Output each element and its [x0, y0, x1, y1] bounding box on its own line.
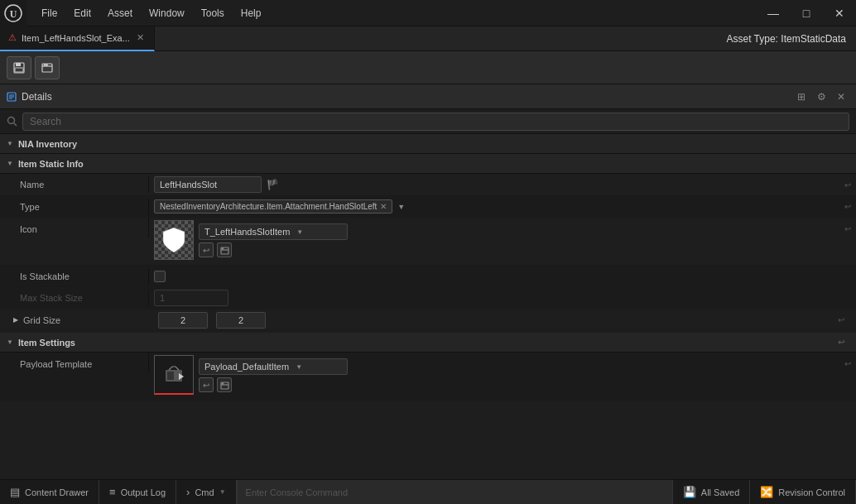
window-controls: — □ ✕: [757, 0, 856, 26]
payload-navigate-button[interactable]: ↩: [199, 377, 214, 392]
grid-size-x-input[interactable]: [158, 312, 208, 329]
content-drawer-icon: ▤: [10, 486, 20, 498]
close-button[interactable]: ✕: [823, 0, 856, 26]
main-panel: Details ⊞ ⚙ ✕ ▼ NIA Inventory ▼ Item Sta…: [0, 84, 856, 479]
cmd-label: Cmd: [195, 487, 214, 497]
asset-tab[interactable]: ⚠ Item_LeftHandsSlot_Exa... ✕: [0, 26, 155, 51]
status-right: 💾 All Saved 🔀 Revision Control: [673, 480, 856, 505]
payload-template-value: Payload_DefaultItem ▼ ↩: [149, 353, 839, 398]
menu-help[interactable]: Help: [233, 2, 270, 24]
is-stackable-label: Is Stackable: [0, 268, 149, 285]
grid-size-reset-button[interactable]: ↩: [833, 315, 849, 324]
revision-control-button[interactable]: 🔀 Revision Control: [750, 480, 856, 505]
menu-file[interactable]: File: [33, 2, 65, 24]
icon-controls: T_LeftHandsSlotItem ▼ ↩: [199, 220, 348, 261]
status-bar: ▤ Content Drawer ≡ Output Log › Cmd ▼ 💾 …: [0, 479, 856, 504]
icon-value: T_LeftHandsSlotItem ▼ ↩: [149, 218, 839, 263]
is-stackable-value: [149, 268, 839, 285]
is-stackable-property-row: Is Stackable: [0, 266, 856, 287]
payload-template-reset-button[interactable]: ↩: [839, 353, 856, 368]
payload-template-property-row: Payload Template Payload_DefaultItem ▼: [0, 353, 856, 401]
asset-type-display: Asset Type: ItemStaticData: [716, 33, 856, 45]
svg-rect-4: [15, 68, 23, 72]
grid-size-label: Grid Size: [23, 315, 151, 325]
details-close-button[interactable]: ✕: [833, 89, 849, 105]
item-static-info-section[interactable]: ▼ Item Static Info: [0, 154, 856, 174]
payload-dropdown-chevron: ▼: [296, 363, 302, 371]
icon-dropdown-chevron: ▼: [296, 228, 303, 236]
name-property-row: Name 🏴 ↩: [0, 174, 856, 196]
type-dropdown-icon[interactable]: ▼: [397, 203, 405, 211]
type-remove-button[interactable]: ✕: [380, 202, 387, 211]
search-input[interactable]: [22, 113, 849, 131]
svg-point-7: [46, 64, 48, 65]
icon-browse-button[interactable]: [217, 242, 232, 257]
menu-asset[interactable]: Asset: [99, 2, 141, 24]
svg-line-13: [14, 123, 17, 127]
content-drawer-label: Content Drawer: [25, 487, 89, 497]
static-info-arrow-icon: ▼: [7, 160, 13, 167]
grid-size-row[interactable]: ▶ Grid Size ↩: [0, 310, 856, 331]
menubar: File Edit Asset Window Tools Help: [33, 2, 269, 24]
payload-top-controls: Payload_DefaultItem ▼: [199, 358, 348, 375]
icon-texture-name: T_LeftHandsSlotItem: [204, 227, 290, 237]
toolbar: [0, 51, 856, 84]
svg-point-12: [8, 118, 15, 124]
revision-control-icon: 🔀: [760, 486, 773, 498]
name-input[interactable]: [154, 176, 262, 193]
grid-size-arrow-icon: ▶: [13, 316, 18, 324]
item-settings-section[interactable]: ▼ Item Settings ↩: [0, 333, 856, 353]
save-status-button[interactable]: 💾 All Saved: [673, 480, 750, 505]
save-status-label: All Saved: [701, 487, 739, 497]
type-property-row: Type NestedInventoryArchitecture.Item.At…: [0, 196, 856, 218]
minimize-button[interactable]: —: [757, 0, 790, 26]
details-title-label: Details: [22, 91, 52, 103]
content-drawer-button[interactable]: ▤ Content Drawer: [0, 480, 99, 505]
item-settings-reset-button[interactable]: ↩: [833, 338, 849, 347]
payload-dropdown[interactable]: Payload_DefaultItem ▼: [199, 358, 348, 375]
svg-rect-3: [16, 63, 21, 66]
menu-edit[interactable]: Edit: [65, 2, 99, 24]
type-label: Type: [0, 199, 149, 215]
details-actions: ⊞ ⚙ ✕: [793, 89, 849, 105]
output-log-button[interactable]: ≡ Output Log: [99, 480, 176, 505]
details-settings-button[interactable]: ⚙: [813, 89, 830, 105]
title-bar: U File Edit Asset Window Tools Help — □ …: [0, 0, 856, 26]
payload-browse-button[interactable]: [217, 377, 232, 392]
menu-window[interactable]: Window: [141, 2, 193, 24]
max-stack-size-label: Max Stack Size: [0, 290, 149, 306]
type-tag: NestedInventoryArchitecture.Item.Attachm…: [154, 199, 392, 214]
output-log-icon: ≡: [109, 486, 116, 498]
svg-rect-17: [167, 372, 174, 380]
grid-size-y-input[interactable]: [216, 312, 266, 329]
is-stackable-checkbox[interactable]: [154, 271, 166, 282]
icon-texture-dropdown[interactable]: T_LeftHandsSlotItem ▼: [199, 223, 348, 240]
browse-button[interactable]: [35, 56, 60, 79]
payload-template-name: Payload_DefaultItem: [204, 362, 289, 372]
nia-inventory-section[interactable]: ▼ NIA Inventory: [0, 134, 856, 154]
icon-navigate-button[interactable]: ↩: [199, 242, 214, 257]
menu-tools[interactable]: Tools: [193, 2, 233, 24]
console-command-input[interactable]: [237, 480, 673, 505]
svg-point-15: [222, 247, 223, 248]
save-status-icon: 💾: [683, 486, 696, 498]
icon-reset-button[interactable]: ↩: [839, 218, 856, 233]
icon-label: Icon: [0, 218, 149, 238]
cmd-dropdown-icon: ▼: [219, 488, 226, 496]
tab-label: Item_LeftHandsSlot_Exa...: [22, 33, 130, 43]
name-reset-button[interactable]: ↩: [839, 180, 856, 190]
details-header: Details ⊞ ⚙ ✕: [0, 84, 856, 109]
name-flag-icon[interactable]: 🏴: [267, 179, 279, 190]
details-grid-button[interactable]: ⊞: [793, 89, 810, 105]
type-reset-button[interactable]: ↩: [839, 202, 856, 211]
icon-thumbnail: [154, 220, 194, 260]
save-button[interactable]: [7, 56, 31, 79]
svg-point-6: [44, 64, 46, 65]
maximize-button[interactable]: □: [790, 0, 823, 26]
max-stack-size-value: [149, 287, 839, 309]
cmd-button[interactable]: › Cmd ▼: [176, 480, 237, 505]
tab-bar: ⚠ Item_LeftHandsSlot_Exa... ✕ Asset Type…: [0, 26, 856, 51]
max-stack-size-property-row: Max Stack Size: [0, 287, 856, 310]
tab-close-button[interactable]: ✕: [135, 31, 146, 45]
type-value: NestedInventoryArchitecture.Item.Attachm…: [149, 197, 839, 216]
